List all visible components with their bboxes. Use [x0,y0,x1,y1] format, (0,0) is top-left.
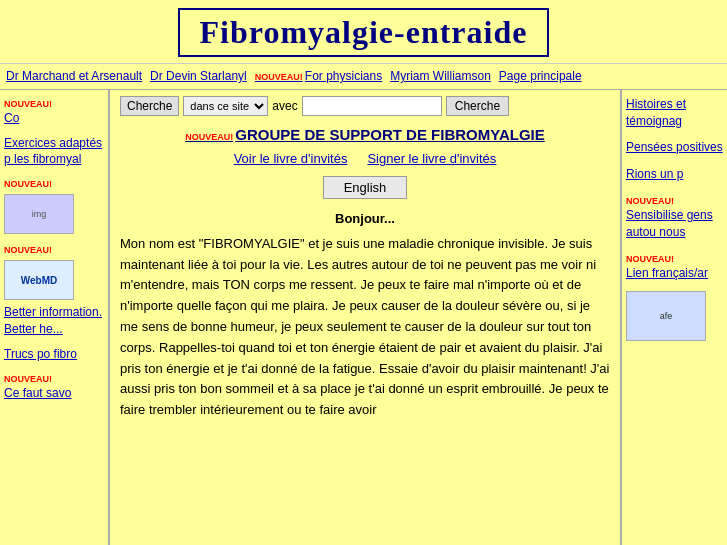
search-avec-label: avec [272,99,297,113]
sidebar-item-img1: NOUVEAU! img [4,176,104,234]
rs-sensibilise: NOUVEAU! Sensibilise gens autou nous [626,193,723,241]
main-text: Mon nom est "FIBROMYALGIE" et je suis un… [120,234,610,421]
site-title: Fibromyalgie-entraide [178,8,550,57]
rs-sensibilise-link[interactable]: Sensibilise gens autou nous [626,207,723,241]
sidebar-item-trucs: Trucs po fibro [4,346,104,363]
sidebar-link-co[interactable]: Co [4,110,104,127]
page-header: Fibromyalgie-entraide [0,0,727,64]
main-layout: NOUVEAU! Co Exercices adaptés p les fibr… [0,90,727,545]
search-input[interactable] [302,96,442,116]
sidebar-item-co: NOUVEAU! Co [4,96,104,127]
sidebar-link-webmd[interactable]: Better information. Better he... [4,304,104,338]
rs-histoires-link[interactable]: Histoires et témoignag [626,96,723,130]
nav-myriam[interactable]: Myriam Williamson [390,68,491,85]
nav-dr-marchand[interactable]: Dr Marchand et Arsenault [6,68,142,85]
rs-pensees-link[interactable]: Pensées positives [626,139,723,156]
search-button[interactable]: Cherche [446,96,509,116]
right-sidebar: Histoires et témoignag Pensées positives… [622,90,727,545]
group-title: NOUVEAU!GROUPE DE SUPPORT DE FIBROMYALGI… [120,126,610,143]
sidebar-image-1: img [4,194,74,234]
sidebar-item-webmd: NOUVEAU! WebMD Better information. Bette… [4,242,104,338]
search-bar: Cherche dans ce site avec Cherche [120,96,610,116]
group-title-text: GROUPE DE SUPPORT DE FIBROMYALGIE [235,126,545,143]
nav-dr-devin[interactable]: Dr Devin Starlanyl [150,68,247,85]
center-content: Cherche dans ce site avec Cherche NOUVEA… [110,90,622,545]
rs-lien: NOUVEAU! Lien français/ar [626,251,723,282]
bonjour-heading: Bonjour... [120,211,610,226]
webmd-image: WebMD [4,260,74,300]
search-scope-select[interactable]: dans ce site [183,96,268,116]
navbar: Dr Marchand et Arsenault Dr Devin Starla… [0,64,727,90]
search-label: Cherche [120,96,179,116]
sidebar-link-exercices[interactable]: Exercices adaptés p les fibromyal [4,135,104,169]
sidebar-item-ce-faut: NOUVEAU! Ce faut savo [4,371,104,402]
signer-livre-link[interactable]: Signer le livre d'invités [367,151,496,166]
sidebar-link-ce-faut[interactable]: Ce faut savo [4,385,104,402]
nav-for-physicians[interactable]: NOUVEAU!For physicians [255,68,382,85]
livre-links: Voir le livre d'invités Signer le livre … [120,151,610,166]
group-nouveau-badge: NOUVEAU! [185,132,233,142]
nav-page-principale[interactable]: Page principale [499,68,582,85]
rs-rions: Rions un p [626,166,723,183]
rs-histoires: Histoires et témoignag [626,96,723,130]
left-sidebar: NOUVEAU! Co Exercices adaptés p les fibr… [0,90,110,545]
voir-livre-link[interactable]: Voir le livre d'invités [234,151,348,166]
rs-rions-link[interactable]: Rions un p [626,166,723,183]
afe-image: afe [626,291,706,341]
english-button[interactable]: English [323,176,408,199]
rs-pensees: Pensées positives [626,139,723,156]
rs-lien-link[interactable]: Lien français/ar [626,265,723,282]
sidebar-link-trucs[interactable]: Trucs po fibro [4,346,104,363]
sidebar-item-exercices: Exercices adaptés p les fibromyal [4,135,104,169]
rs-afe: afe [626,291,723,341]
